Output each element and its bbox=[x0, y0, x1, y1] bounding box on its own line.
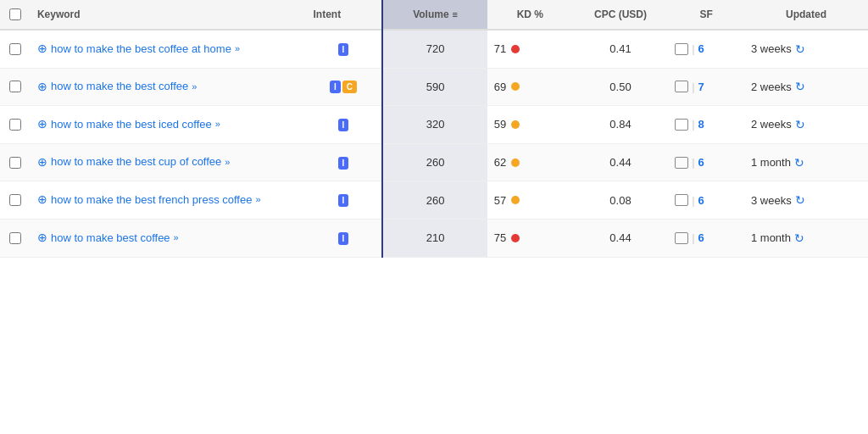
expand-icon: ⊕ bbox=[37, 116, 47, 133]
header-cpc: CPC (USD) bbox=[573, 0, 668, 30]
kd-value: 57 bbox=[494, 194, 506, 207]
updated-cell: 1 month ↻ bbox=[744, 143, 868, 181]
kd-cell: 62 bbox=[487, 143, 573, 181]
keyword-link[interactable]: ⊕ how to make the best cup of coffee » bbox=[37, 154, 300, 171]
keyword-link[interactable]: ⊕ how to make the best french press coff… bbox=[37, 192, 300, 209]
kd-value: 75 bbox=[494, 231, 506, 244]
sf-number[interactable]: 6 bbox=[698, 194, 704, 207]
kd-cell: 59 bbox=[487, 106, 573, 144]
row-check-cell bbox=[0, 68, 31, 106]
keyword-link[interactable]: ⊕ how to make the best coffee » bbox=[37, 79, 300, 96]
header-check bbox=[0, 0, 31, 30]
intent-badge: I bbox=[338, 119, 349, 131]
expand-icon: ⊕ bbox=[37, 41, 47, 58]
intent-cell: I bbox=[307, 219, 383, 257]
expand-icon: ⊕ bbox=[37, 230, 47, 247]
row-checkbox[interactable] bbox=[9, 157, 21, 169]
sf-number[interactable]: 6 bbox=[698, 231, 704, 244]
table-row: ⊕ how to make the best coffee at home » … bbox=[0, 30, 868, 68]
refresh-icon[interactable]: ↻ bbox=[795, 42, 805, 56]
intent-cell: I bbox=[307, 30, 383, 68]
volume-cell: 210 bbox=[382, 219, 487, 257]
kd-dot bbox=[511, 45, 520, 53]
header-kd: KD % bbox=[487, 0, 573, 30]
row-check-cell bbox=[0, 219, 31, 257]
refresh-icon[interactable]: ↻ bbox=[795, 118, 805, 131]
row-check-cell bbox=[0, 181, 31, 220]
cpc-cell: 0.41 bbox=[573, 30, 668, 68]
kd-dot bbox=[511, 82, 520, 91]
kd-dot bbox=[511, 159, 520, 167]
volume-cell: 720 bbox=[382, 30, 487, 68]
keyword-cell: ⊕ how to make the best coffee at home » bbox=[31, 30, 307, 68]
sf-divider: | bbox=[692, 118, 694, 131]
sf-image-icon bbox=[675, 232, 688, 244]
sf-image-icon bbox=[675, 119, 688, 131]
cpc-cell: 0.84 bbox=[573, 106, 668, 144]
keyword-cell: ⊕ how to make the best french press coff… bbox=[31, 181, 307, 220]
arrow-icon: » bbox=[255, 193, 260, 206]
table-row: ⊕ how to make the best french press coff… bbox=[0, 181, 868, 220]
keyword-link[interactable]: ⊕ how to make the best iced coffee » bbox=[37, 116, 300, 133]
row-checkbox[interactable] bbox=[9, 194, 21, 206]
intent-badge: I bbox=[338, 157, 349, 170]
sort-icon: ≡ bbox=[453, 9, 458, 19]
keyword-link[interactable]: ⊕ how to make the best coffee at home » bbox=[37, 41, 300, 58]
table-row: ⊕ how to make the best iced coffee » I32… bbox=[0, 106, 868, 144]
sf-number[interactable]: 6 bbox=[698, 156, 704, 169]
refresh-icon[interactable]: ↻ bbox=[794, 231, 804, 245]
updated-text: 3 weeks bbox=[751, 194, 792, 207]
expand-icon: ⊕ bbox=[37, 192, 47, 209]
arrow-icon: » bbox=[174, 231, 179, 244]
intent-badge: I bbox=[330, 81, 341, 93]
updated-cell: 3 weeks ↻ bbox=[744, 181, 868, 220]
kd-value: 59 bbox=[494, 118, 506, 131]
kd-cell: 71 bbox=[487, 30, 573, 68]
row-checkbox[interactable] bbox=[9, 232, 21, 244]
sf-image-icon bbox=[675, 81, 688, 92]
intent-badge: C bbox=[342, 81, 357, 93]
expand-icon: ⊕ bbox=[37, 79, 47, 96]
kd-value: 69 bbox=[494, 81, 506, 93]
sf-divider: | bbox=[692, 81, 694, 93]
intent-badge: I bbox=[338, 232, 349, 245]
sf-number[interactable]: 6 bbox=[698, 42, 704, 55]
refresh-icon[interactable]: ↻ bbox=[794, 156, 804, 170]
updated-text: 1 month bbox=[751, 156, 791, 169]
keyword-text: how to make the best coffee bbox=[51, 79, 188, 94]
header-volume[interactable]: Volume ≡ bbox=[382, 0, 487, 30]
sf-divider: | bbox=[692, 194, 694, 207]
updated-text: 1 month bbox=[751, 231, 791, 244]
intent-cell: I bbox=[307, 181, 383, 220]
sf-image-icon bbox=[675, 194, 688, 206]
sf-number[interactable]: 8 bbox=[698, 118, 704, 131]
cpc-cell: 0.44 bbox=[573, 143, 668, 181]
kd-cell: 57 bbox=[487, 181, 573, 220]
sf-cell: | 6 bbox=[668, 181, 744, 220]
keyword-cell: ⊕ how to make best coffee » bbox=[31, 219, 307, 257]
refresh-icon[interactable]: ↻ bbox=[795, 80, 805, 93]
sf-divider: | bbox=[692, 156, 694, 169]
header-keyword: Keyword bbox=[31, 0, 307, 30]
header-intent: Intent bbox=[307, 0, 383, 30]
intent-cell: I bbox=[307, 143, 383, 181]
cpc-cell: 0.44 bbox=[573, 219, 668, 257]
updated-text: 2 weeks bbox=[751, 81, 792, 93]
header-sf: SF bbox=[668, 0, 744, 30]
volume-cell: 320 bbox=[382, 106, 487, 144]
sf-number[interactable]: 7 bbox=[698, 81, 704, 93]
sf-cell: | 8 bbox=[668, 106, 744, 144]
cpc-cell: 0.08 bbox=[573, 181, 668, 220]
refresh-icon[interactable]: ↻ bbox=[795, 193, 805, 207]
keyword-text: how to make the best cup of coffee bbox=[51, 154, 221, 170]
keyword-text: how to make the best french press coffee bbox=[51, 192, 253, 208]
row-checkbox[interactable] bbox=[9, 43, 21, 55]
select-all-checkbox[interactable] bbox=[9, 8, 21, 20]
updated-text: 3 weeks bbox=[751, 42, 792, 55]
row-checkbox[interactable] bbox=[9, 81, 21, 92]
sf-image-icon bbox=[675, 157, 688, 169]
keyword-cell: ⊕ how to make the best cup of coffee » bbox=[31, 143, 307, 181]
volume-cell: 260 bbox=[382, 143, 487, 181]
keyword-link[interactable]: ⊕ how to make best coffee » bbox=[37, 230, 300, 247]
row-checkbox[interactable] bbox=[9, 119, 21, 131]
